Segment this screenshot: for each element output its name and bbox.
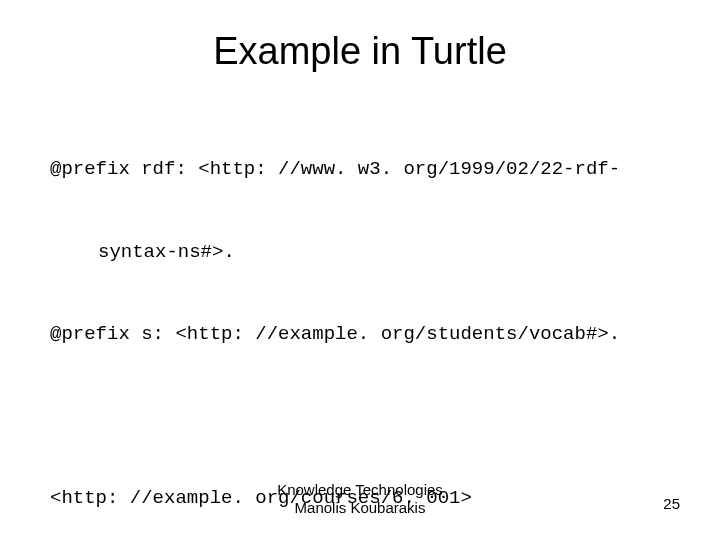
code-line: @prefix s: <http: //example. org/student… <box>50 321 670 349</box>
footer: Knowledge Technologies Manolis Koubaraki… <box>0 481 720 519</box>
page-number: 25 <box>663 495 680 512</box>
code-block: @prefix rdf: <http: //www. w3. org/1999/… <box>50 101 670 540</box>
code-line: syntax-ns#>. <box>50 239 670 267</box>
footer-line1: Knowledge Technologies <box>0 481 720 500</box>
spacer <box>50 404 670 430</box>
code-line: @prefix rdf: <http: //www. w3. org/1999/… <box>50 156 670 184</box>
slide: Example in Turtle @prefix rdf: <http: //… <box>0 0 720 540</box>
footer-line2: Manolis Koubarakis <box>0 499 720 518</box>
slide-title: Example in Turtle <box>50 30 670 73</box>
